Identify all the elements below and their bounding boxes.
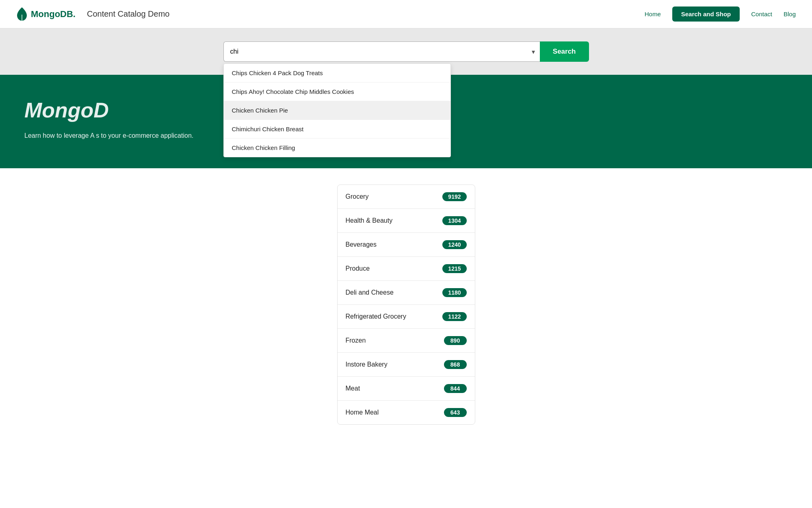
category-badge: 1240 <box>442 240 466 249</box>
nav-home[interactable]: Home <box>645 11 661 17</box>
search-input[interactable] <box>223 41 540 62</box>
logo: MongoDB. <box>16 7 76 21</box>
category-name: Refrigerated Grocery <box>346 313 406 320</box>
search-bar: ▾ Chips Chicken 4 Pack Dog TreatsChips A… <box>223 41 589 62</box>
header-left: MongoDB. Content Catalog Demo <box>16 7 169 21</box>
category-badge: 1180 <box>442 288 466 297</box>
header-nav: Home Search and Shop Contact Blog <box>645 7 796 22</box>
category-badge: 1122 <box>442 312 466 321</box>
nav-contact[interactable]: Contact <box>751 11 772 17</box>
nav-search-and-shop[interactable]: Search and Shop <box>672 7 740 22</box>
category-name: Home Meal <box>346 409 379 416</box>
category-name: Frozen <box>346 337 366 344</box>
header: MongoDB. Content Catalog Demo Home Searc… <box>0 0 812 28</box>
autocomplete-item[interactable]: Chimichuri Chicken Breast <box>224 119 450 138</box>
logo-text: MongoDB. <box>31 9 76 20</box>
mongodb-leaf-icon <box>16 7 28 21</box>
category-name: Produce <box>346 265 370 272</box>
search-section: ▾ Chips Chicken 4 Pack Dog TreatsChips A… <box>0 28 812 75</box>
category-badge: 1304 <box>442 216 466 225</box>
categories-list: Grocery9192Health & Beauty1304Beverages1… <box>337 185 475 425</box>
category-item[interactable]: Health & Beauty1304 <box>338 209 475 233</box>
category-item[interactable]: Deli and Cheese1180 <box>338 281 475 305</box>
category-item[interactable]: Produce1215 <box>338 257 475 281</box>
category-badge: 1215 <box>442 264 466 273</box>
category-name: Deli and Cheese <box>346 289 394 296</box>
category-badge: 868 <box>444 360 467 369</box>
autocomplete-item[interactable]: Chicken Chicken Pie <box>224 101 450 119</box>
category-item[interactable]: Home Meal643 <box>338 401 475 424</box>
header-title: Content Catalog Demo <box>87 9 169 19</box>
category-item[interactable]: Meat844 <box>338 377 475 401</box>
category-name: Beverages <box>346 241 377 248</box>
autocomplete-item[interactable]: Chips Chicken 4 Pack Dog Treats <box>224 64 450 82</box>
category-item[interactable]: Grocery9192 <box>338 185 475 209</box>
search-button[interactable]: Search <box>540 41 589 62</box>
search-input-wrap: ▾ Chips Chicken 4 Pack Dog TreatsChips A… <box>223 41 540 62</box>
autocomplete-item[interactable]: Chicken Chicken Filling <box>224 138 450 157</box>
category-item[interactable]: Beverages1240 <box>338 233 475 257</box>
categories-section: Grocery9192Health & Beauty1304Beverages1… <box>0 168 812 441</box>
autocomplete-item[interactable]: Chips Ahoy! Chocolate Chip Middles Cooki… <box>224 82 450 101</box>
category-item[interactable]: Instore Bakery868 <box>338 353 475 377</box>
category-name: Meat <box>346 385 360 392</box>
category-badge: 890 <box>444 336 467 345</box>
hero-description: Learn how to leverage A s to your e-comm… <box>24 130 219 141</box>
category-name: Grocery <box>346 193 369 200</box>
category-name: Instore Bakery <box>346 361 388 368</box>
category-badge: 9192 <box>442 192 466 201</box>
category-item[interactable]: Frozen890 <box>338 329 475 353</box>
autocomplete-dropdown: Chips Chicken 4 Pack Dog TreatsChips Aho… <box>223 63 451 157</box>
nav-blog[interactable]: Blog <box>784 11 796 17</box>
category-badge: 844 <box>444 384 467 393</box>
category-name: Health & Beauty <box>346 217 393 224</box>
category-item[interactable]: Refrigerated Grocery1122 <box>338 305 475 329</box>
category-badge: 643 <box>444 408 467 417</box>
